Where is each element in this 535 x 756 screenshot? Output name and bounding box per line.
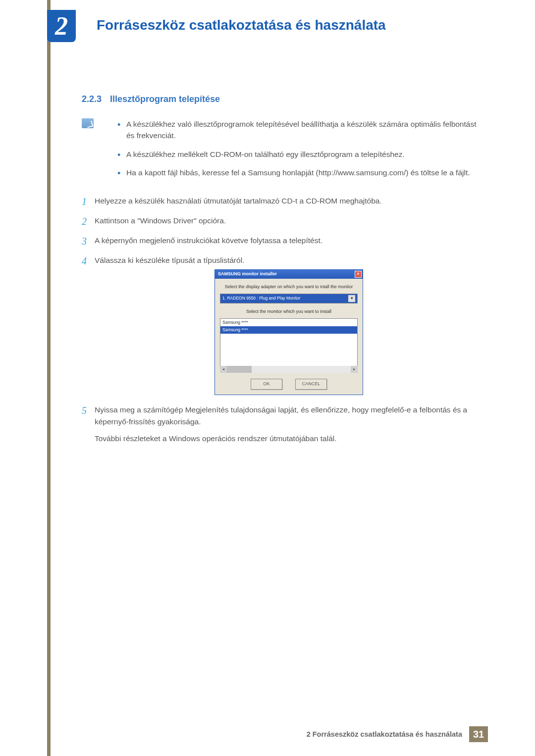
step-text: Nyissa meg a számítógép Megjelenítés tul… [95, 405, 467, 426]
step-number: 2 [82, 214, 87, 229]
installer-titlebar: SAMSUNG monitor installer × [215, 270, 363, 279]
chevron-down-icon[interactable]: ▾ [348, 295, 355, 302]
step-item: 5 Nyissa meg a számítógép Megjelenítés t… [82, 404, 483, 445]
step-item: 4 Válassza ki készüléke típusát a típusl… [82, 254, 483, 395]
footer-text: 2 Forráseszköz csatlakoztatása és haszná… [307, 730, 462, 738]
step-number: 3 [82, 234, 87, 249]
steps-list: 1 Helyezze a készülék használati útmutat… [82, 195, 483, 445]
content-area: 2.2.3 Illesztőprogram telepítése A készü… [82, 94, 483, 453]
cancel-button[interactable]: CANCEL [295, 379, 327, 390]
installer-title: SAMSUNG monitor installer [218, 271, 277, 278]
note-list: A készülékhez való illesztőprogramok tel… [117, 118, 483, 185]
step-item: 2 Kattintson a "Windows Driver" opcióra. [82, 215, 483, 227]
step-text: Kattintson a "Windows Driver" opcióra. [95, 216, 226, 225]
chapter-title: Forráseszköz csatlakoztatása és használa… [97, 17, 386, 33]
scroll-thumb[interactable] [227, 366, 252, 373]
adapter-label: Select the display adapter on which you … [220, 284, 358, 291]
step-item: 1 Helyezze a készülék használati útmutat… [82, 195, 483, 207]
installer-dialog: SAMSUNG monitor installer × Select the d… [214, 269, 363, 395]
note-item: Ha a kapott fájl hibás, keresse fel a Sa… [117, 167, 483, 178]
section-title: Illesztőprogram telepítése [110, 94, 220, 104]
note-item: A készülékhez való illesztőprogramok tel… [117, 118, 483, 142]
note-block: A készülékhez való illesztőprogramok tel… [82, 118, 483, 185]
page-number: 31 [473, 729, 484, 740]
step-number: 1 [82, 194, 87, 209]
horizontal-scrollbar[interactable]: ◂ ▸ [220, 366, 358, 373]
note-item: A készülékhez mellékelt CD-ROM-on találh… [117, 149, 483, 160]
step-number: 4 [82, 253, 87, 269]
page-number-badge: 31 [469, 726, 488, 742]
ok-button[interactable]: OK [251, 379, 282, 390]
monitor-listbox[interactable]: Samsung **** Samsung **** [220, 318, 358, 373]
step-number: 5 [82, 403, 87, 418]
footer: 2 Forráseszköz csatlakoztatása és haszná… [47, 726, 488, 742]
step-extra: További részleteket a Windows operációs … [95, 433, 483, 445]
step-text: Helyezze a készülék használati útmutatój… [95, 197, 382, 205]
step-text: A képernyőn megjelenő instrukciókat köve… [95, 236, 322, 245]
close-button[interactable]: × [355, 271, 362, 278]
monitor-row[interactable]: Samsung **** [220, 319, 357, 326]
scroll-right-button[interactable]: ▸ [351, 366, 358, 373]
section-heading: 2.2.3 Illesztőprogram telepítése [82, 94, 483, 104]
chapter-badge: 2 [47, 10, 76, 42]
scroll-left-button[interactable]: ◂ [220, 366, 227, 373]
note-icon [82, 118, 94, 128]
monitor-row[interactable]: Samsung **** [220, 326, 357, 334]
scroll-track[interactable] [227, 366, 351, 373]
step-text: Válassza ki készüléke típusát a típuslis… [95, 256, 244, 264]
left-stripe [47, 0, 51, 756]
step-item: 3 A képernyőn megjelenő instrukciókat kö… [82, 235, 483, 247]
section-number: 2.2.3 [82, 94, 102, 104]
installer-buttons: OK CANCEL [220, 379, 358, 390]
adapter-value: 1. RADEON 9550 : Plug and Play Monitor [222, 295, 300, 302]
installer-body: Select the display adapter on which you … [215, 279, 363, 395]
monitor-label: Select the monitor which you want to ins… [220, 308, 358, 315]
chapter-number: 2 [55, 11, 68, 41]
adapter-select[interactable]: 1. RADEON 9550 : Plug and Play Monitor ▾ [220, 294, 358, 303]
